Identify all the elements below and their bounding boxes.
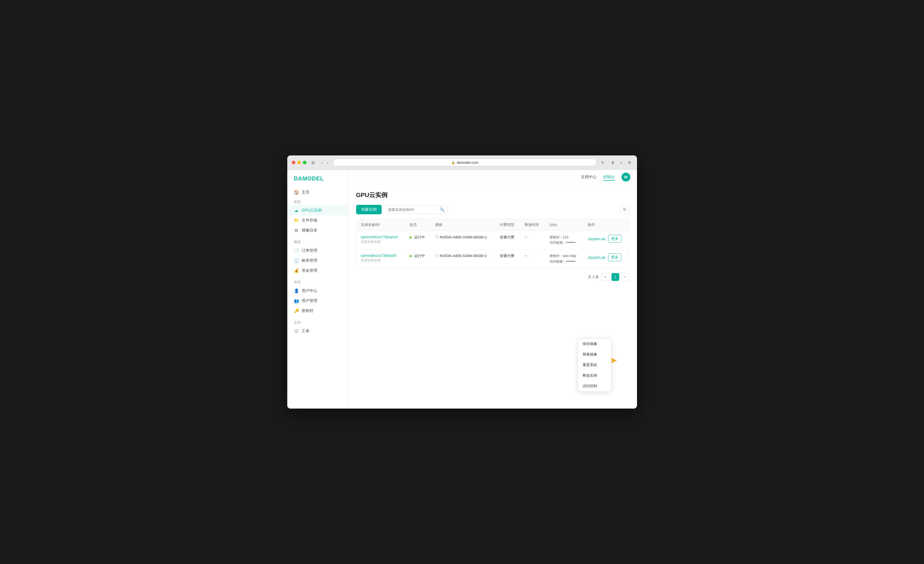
- prev-page-button[interactable]: ‹: [602, 273, 609, 281]
- spec-cell-1: ⓘ NVIDIA-A800-SXM4-80GB×1: [431, 231, 495, 249]
- sidebar-section-billing: 费用 📄 订单管理 🧾 账单管理 💰 资金管理: [287, 238, 348, 276]
- new-tab-button[interactable]: +: [618, 160, 624, 165]
- release-cell-1: --: [520, 231, 545, 249]
- main-right: 文档中心 控制台 W GPU云实例 创建实例 🔍 ↻: [348, 170, 637, 409]
- page-body: GPU云实例 创建实例 🔍 ↻ 实例名称/ID: [348, 184, 637, 409]
- dashboard-link[interactable]: 控制台: [603, 174, 615, 181]
- browser-toolbar: ⊞ ‹ › 🔒 damodel.com ↻ ⬆ + ⧉: [287, 155, 637, 170]
- cloud-icon: ☁: [294, 208, 299, 213]
- next-page-button[interactable]: ›: [621, 273, 629, 281]
- sidebar-item-usermgr[interactable]: 👥 用户管理: [287, 296, 348, 306]
- more-button-2[interactable]: 更多: [608, 254, 621, 261]
- sidebar-account-label: 账单管理: [302, 258, 317, 263]
- window-layout-button[interactable]: ⊞: [310, 160, 316, 165]
- pagination: 共 2 条 ‹ 1 ›: [356, 268, 629, 285]
- sidebar-item-finance[interactable]: 💰 资金管理: [287, 266, 348, 276]
- jupyterlab-link-2[interactable]: JupyterLab: [588, 255, 605, 260]
- sidebar-item-gpu[interactable]: ☁ GPU云实例: [287, 206, 348, 215]
- section-label-resources: 资源: [287, 197, 348, 206]
- sidebar-item-storage[interactable]: 📁 文件存储: [287, 215, 348, 225]
- instance-sub-2: 设置实例名称: [361, 258, 401, 263]
- instance-id-1[interactable]: cplvnur9a1sc73beqsu0: [361, 235, 401, 239]
- instances-table: 实例名称/ID 状态 规格 付费类型 释放时间 SSH 操作: [356, 219, 629, 268]
- sidebar-item-home[interactable]: 🏠 主页: [287, 188, 348, 197]
- app-container: DAMODEL 🏠 主页 资源 ☁ GPU云实例 📁 文件存储 ⊞: [287, 170, 637, 409]
- cursor-pointer: ➤: [610, 355, 617, 366]
- sidebar-item-usercenter[interactable]: 👤 用户中心: [287, 286, 348, 296]
- search-input[interactable]: [388, 208, 438, 212]
- status-dot-1: [410, 237, 412, 238]
- bill-icon: 🧾: [294, 258, 299, 263]
- sidebar-home-label: 主页: [302, 190, 309, 195]
- spec-text-2: NVIDIA-A800-SXM4-80GB×1: [440, 254, 487, 258]
- ssh-key-2: 密钥对：wec-mbp: [550, 254, 579, 259]
- status-dot-2: [410, 255, 412, 257]
- create-instance-button[interactable]: 创建实例: [356, 205, 382, 214]
- jupyterlab-link-1[interactable]: JupyterLab: [588, 237, 605, 241]
- col-instance: 实例名称/ID: [356, 219, 405, 231]
- search-icon[interactable]: 🔍: [440, 207, 444, 212]
- dropdown-item-save-image[interactable]: 保存镜像: [578, 339, 611, 349]
- billing-cell-1: 按量付费: [495, 231, 520, 249]
- action-cell-2: JupyterLab 更多: [583, 249, 629, 268]
- table-row: cplvevj9a1sc73beqst0 设置实例名称 运行中 ⓘ: [356, 249, 629, 268]
- sidebar-finance-label: 资金管理: [302, 268, 317, 273]
- dropdown-item-reset-system[interactable]: 重置系统: [578, 360, 611, 370]
- users-icon: 👥: [294, 298, 299, 303]
- sidebar-item-keypair[interactable]: 🔑 密钥对: [287, 306, 348, 316]
- sidebar-section-support: 支持 ☑ 工单: [287, 318, 348, 336]
- reload-button[interactable]: ↻: [600, 160, 606, 165]
- sidebar-item-order[interactable]: 📄 订单管理: [287, 246, 348, 256]
- instance-id-cell: cplvnur9a1sc73beqsu0 设置实例名称: [356, 231, 405, 249]
- sidebar-item-image[interactable]: ⊞ 镜像目录: [287, 225, 348, 236]
- instance-id-2[interactable]: cplvevj9a1sc73beqst0: [361, 254, 401, 258]
- status-cell-1: 运行中: [405, 231, 431, 249]
- search-box: 🔍: [385, 206, 447, 214]
- dropdown-item-release-instance[interactable]: 释放实例: [578, 370, 611, 381]
- sidebar-usermgr-label: 用户管理: [302, 298, 317, 303]
- forward-button[interactable]: ›: [325, 160, 330, 165]
- sidebar: DAMODEL 🏠 主页 资源 ☁ GPU云实例 📁 文件存储 ⊞: [287, 170, 348, 409]
- wallet-icon: 💰: [294, 268, 299, 273]
- sidebar-item-ticket[interactable]: ☑ 工单: [287, 326, 348, 336]
- close-button[interactable]: [292, 161, 296, 164]
- spec-cell-2: ⓘ NVIDIA-A800-SXM4-80GB×1: [431, 249, 495, 268]
- col-status: 状态: [405, 219, 431, 231]
- toolbar: 创建实例 🔍 ↻: [356, 205, 629, 214]
- col-release: 释放时间: [520, 219, 545, 231]
- page-1-button[interactable]: 1: [612, 273, 619, 281]
- section-label-billing: 费用: [287, 238, 348, 246]
- dropdown-item-access-control[interactable]: 访问控制: [578, 381, 611, 392]
- ssh-cell-2: 密钥对：wec-mbp 访问链接：••••••••: [545, 249, 583, 268]
- sidebar-image-label: 镜像目录: [302, 228, 317, 233]
- col-billing: 付费类型: [495, 219, 520, 231]
- sidebar-storage-label: 文件存储: [302, 218, 317, 223]
- traffic-lights: [292, 161, 306, 164]
- billing-cell-2: 按量付费: [495, 249, 520, 268]
- back-button[interactable]: ‹: [320, 160, 324, 165]
- sidebar-toggle-button[interactable]: ⧉: [627, 160, 633, 165]
- release-cell-2: --: [520, 249, 545, 268]
- sidebar-keypair-label: 密钥对: [302, 308, 314, 314]
- sidebar-item-account[interactable]: 🧾 账单管理: [287, 256, 348, 266]
- address-bar[interactable]: 🔒 damodel.com: [333, 159, 596, 166]
- status-cell-2: 运行中: [405, 249, 431, 268]
- dropdown-item-replace-image[interactable]: 替换镜像: [578, 349, 611, 360]
- ssh-url-2: 访问链接：••••••••: [550, 259, 579, 264]
- maximize-button[interactable]: [303, 161, 306, 164]
- section-label-management: 管理: [287, 278, 348, 286]
- avatar[interactable]: W: [621, 172, 630, 182]
- lock-icon: 🔒: [452, 161, 455, 164]
- doc-center-link[interactable]: 文档中心: [581, 174, 597, 181]
- instance-id-cell-2: cplvevj9a1sc73beqst0 设置实例名称: [356, 249, 405, 268]
- top-nav: 文档中心 控制台 W: [348, 170, 637, 184]
- more-button-1[interactable]: 更多: [608, 235, 621, 243]
- col-ssh: SSH: [545, 219, 583, 231]
- refresh-button[interactable]: ↻: [620, 205, 629, 214]
- share-button[interactable]: ⬆: [609, 160, 616, 165]
- user-icon: 👤: [294, 288, 299, 293]
- total-count: 共 2 条: [588, 274, 599, 279]
- url-text: damodel.com: [457, 160, 478, 165]
- minimize-button[interactable]: [297, 161, 301, 164]
- ssh-key-1: 密钥对：123: [550, 235, 579, 240]
